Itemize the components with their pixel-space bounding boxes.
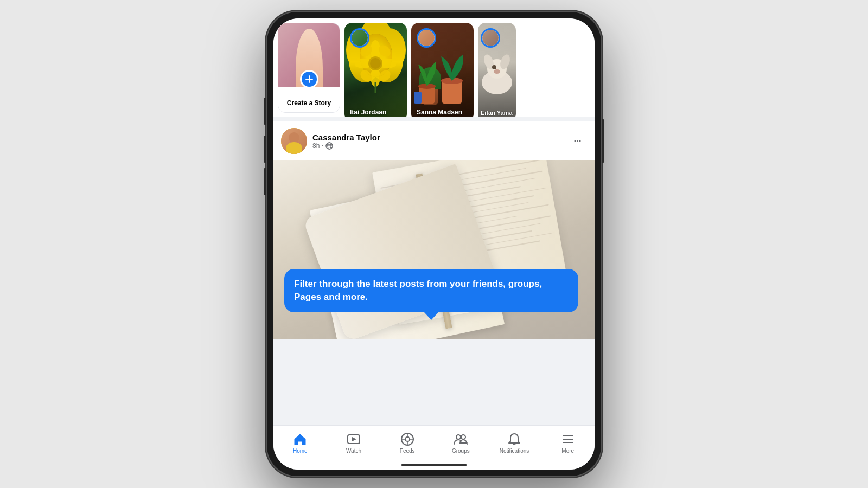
nav-item-more[interactable]: More <box>541 429 595 456</box>
nav-label-watch: Watch <box>346 448 361 454</box>
author-avatar <box>281 128 307 154</box>
nav-item-home[interactable]: Home <box>273 429 327 456</box>
tooltip-callout: Filter through the latest posts from you… <box>284 269 578 312</box>
svg-rect-18 <box>414 92 422 104</box>
plus-svg <box>305 75 314 84</box>
post-more-button[interactable]: ··· <box>567 131 587 151</box>
story-avatar-sanna <box>417 28 436 48</box>
story-username-eitan: Eitan Yama <box>481 110 515 116</box>
watch-icon <box>346 432 361 447</box>
svg-point-23 <box>492 65 496 69</box>
create-story-photo <box>278 23 340 87</box>
create-story-label: Create a Story <box>278 87 340 112</box>
author-info: Cassandra Taylor 8h · <box>312 133 380 150</box>
author-avatar-inner <box>281 128 307 154</box>
create-plus-icon <box>300 70 318 87</box>
post-image: Filter through the latest posts from you… <box>273 160 595 339</box>
story-username-sanna: Sanna Madsen <box>417 108 468 116</box>
stories-section: Create a Story <box>273 18 595 121</box>
svg-rect-1 <box>305 79 313 80</box>
groups-icon <box>453 432 468 447</box>
svg-marker-31 <box>352 437 356 441</box>
post-author: Cassandra Taylor 8h · <box>281 128 380 154</box>
post-meta-dot: · <box>322 143 323 149</box>
nav-item-feeds[interactable]: Feeds <box>380 429 434 456</box>
post-section: Cassandra Taylor 8h · <box>273 121 595 339</box>
post-header: Cassandra Taylor 8h · <box>273 121 595 160</box>
bottom-nav: Home Watch <box>273 425 595 470</box>
feeds-icon <box>400 432 415 447</box>
create-story-card[interactable]: Create a Story <box>278 23 340 113</box>
story-card-eitan[interactable]: Eitan Yama <box>478 23 516 121</box>
story-card-sanna[interactable]: Sanna Madsen <box>411 23 474 121</box>
notifications-icon <box>507 432 522 447</box>
nav-item-notifications[interactable]: Notifications <box>488 429 541 456</box>
nav-label-groups: Groups <box>452 448 470 454</box>
svg-point-33 <box>405 437 410 441</box>
globe-icon <box>326 142 333 150</box>
phone-screen: Create a Story <box>273 18 595 470</box>
screen-content: Create a Story <box>273 18 595 470</box>
post-meta: 8h · <box>312 142 380 150</box>
more-icon <box>560 432 576 447</box>
nav-label-feeds: Feeds <box>400 448 415 454</box>
plants-svg <box>414 48 468 108</box>
phone-wrapper: Create a Story <box>266 11 602 477</box>
svg-point-24 <box>494 69 500 74</box>
post-time: 8h <box>312 142 320 150</box>
svg-point-38 <box>456 435 461 439</box>
nav-item-groups[interactable]: Groups <box>434 429 488 456</box>
nav-item-watch[interactable]: Watch <box>327 429 381 456</box>
story-username-itai: Itai Jordaan <box>350 108 401 116</box>
svg-point-39 <box>461 435 465 439</box>
dog-svg <box>478 39 516 104</box>
flower-svg <box>355 34 396 93</box>
author-name: Cassandra Taylor <box>312 133 380 142</box>
home-icon <box>292 432 308 447</box>
home-indicator <box>401 464 467 466</box>
svg-rect-16 <box>442 81 462 104</box>
nav-label-more: More <box>561 448 574 454</box>
story-card-itai[interactable]: Itai Jordaan <box>344 23 407 121</box>
tooltip-text: Filter through the latest posts from you… <box>294 279 542 302</box>
svg-point-12 <box>370 58 381 69</box>
nav-label-notifications: Notifications <box>500 448 529 454</box>
nav-label-home: Home <box>293 448 308 454</box>
